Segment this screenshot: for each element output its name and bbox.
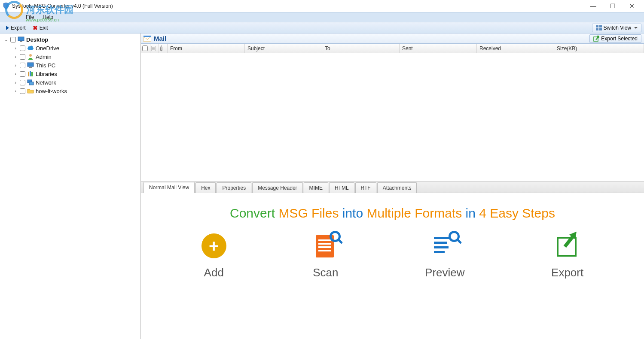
tree-checkbox[interactable] xyxy=(20,71,25,77)
tab-normal-mail-view[interactable]: Normal Mail View xyxy=(143,182,195,193)
expander-icon[interactable]: › xyxy=(13,45,18,51)
add-icon xyxy=(201,233,226,258)
promo-text-5: in xyxy=(466,206,479,220)
svg-rect-12 xyxy=(28,72,29,76)
maximize-button[interactable]: ☐ xyxy=(607,3,618,9)
promo-text-2: MSG Files xyxy=(278,206,342,220)
user-icon xyxy=(27,53,34,60)
tree-checkbox[interactable] xyxy=(20,54,25,60)
folder-tree: ⌄Desktop›OneDrive›Admin›This PC›Librarie… xyxy=(0,33,141,339)
menu-help[interactable]: Help xyxy=(38,13,58,21)
tree-node-this-pc[interactable]: ›This PC xyxy=(0,61,140,70)
svg-rect-4 xyxy=(18,37,24,41)
tab-message-header[interactable]: Message Header xyxy=(252,182,302,193)
tab-attachments[interactable]: Attachments xyxy=(377,182,417,193)
menu-file[interactable]: File xyxy=(21,13,38,21)
svg-rect-11 xyxy=(29,67,32,68)
svg-rect-2 xyxy=(596,28,598,30)
column-doc-icon[interactable] xyxy=(150,44,159,53)
play-icon xyxy=(6,26,9,30)
tree-label: Libraries xyxy=(36,71,57,77)
column-checkbox[interactable] xyxy=(141,44,150,53)
step-add-label: Add xyxy=(204,266,224,279)
close-icon: ✖ xyxy=(33,24,38,31)
network-icon xyxy=(27,79,34,86)
tree-checkbox[interactable] xyxy=(20,80,25,85)
expander-icon[interactable]: › xyxy=(13,71,18,76)
export-button[interactable]: Export xyxy=(3,24,29,32)
tree-checkbox[interactable] xyxy=(10,37,16,42)
tree-node-libraries[interactable]: ›Libraries xyxy=(0,70,140,78)
tree-checkbox[interactable] xyxy=(20,63,25,68)
tree-label: This PC xyxy=(36,62,55,69)
detail-tabs: Normal Mail ViewHexPropertiesMessage Hea… xyxy=(141,181,644,193)
export-selected-button[interactable]: Export Selected xyxy=(589,34,641,43)
tree-label: Admin xyxy=(36,54,52,60)
column-attachment-icon[interactable] xyxy=(159,44,168,53)
step-export-label: Export xyxy=(551,266,583,279)
svg-point-8 xyxy=(30,46,33,49)
cloud-icon xyxy=(27,45,34,51)
promo-text-4: Multiple Formats xyxy=(366,206,465,220)
tree-node-onedrive[interactable]: ›OneDrive xyxy=(0,44,140,52)
expander-icon[interactable]: › xyxy=(13,88,18,94)
tab-mime[interactable]: MIME xyxy=(304,182,328,193)
column-from[interactable]: From xyxy=(168,44,245,53)
column-sent[interactable]: Sent xyxy=(400,44,477,53)
window-title: SysTools MSG Converter v4.0 (Full Versio… xyxy=(12,3,113,9)
svg-rect-10 xyxy=(27,63,34,67)
content-pane: Mail Export Selected From Subject To Sen… xyxy=(141,33,644,339)
promo-panel: Convert MSG Files into Multiple Formats … xyxy=(141,193,644,339)
tree-node-how-it-works[interactable]: ›how-it-works xyxy=(0,87,140,95)
mail-grid-header: From Subject To Sent Received Size(KB) xyxy=(141,44,644,53)
expander-icon[interactable]: › xyxy=(13,63,18,68)
svg-rect-0 xyxy=(596,25,598,27)
tree-checkbox[interactable] xyxy=(20,45,25,51)
tree-node-admin[interactable]: ›Admin xyxy=(0,52,140,61)
tree-node-network[interactable]: ›Network xyxy=(0,78,140,87)
libraries-icon xyxy=(27,70,34,77)
tab-properties[interactable]: Properties xyxy=(217,182,251,193)
menu-bar: File Help xyxy=(0,12,644,22)
preview-icon xyxy=(432,233,457,258)
expander-icon[interactable]: › xyxy=(13,54,18,59)
tree-node-desktop[interactable]: ⌄Desktop xyxy=(0,35,140,44)
minimize-button[interactable]: — xyxy=(588,3,599,9)
pc-icon xyxy=(27,62,34,69)
expander-icon[interactable]: ⌄ xyxy=(3,37,9,42)
column-to[interactable]: To xyxy=(322,44,400,53)
title-bar: SysTools MSG Converter v4.0 (Full Versio… xyxy=(0,0,644,12)
folder-icon xyxy=(27,88,34,94)
promo-steps: Add Scan Preview Export xyxy=(141,233,644,279)
switch-view-button[interactable]: Switch View xyxy=(592,24,641,32)
step-scan: Scan xyxy=(313,233,338,279)
tab-rtf[interactable]: RTF xyxy=(355,182,376,193)
step-preview: Preview xyxy=(425,233,464,279)
column-received[interactable]: Received xyxy=(477,44,554,53)
close-button[interactable]: ✕ xyxy=(627,3,637,9)
mail-grid-body xyxy=(141,53,644,181)
exit-button[interactable]: ✖ Exit xyxy=(29,24,52,32)
scan-icon xyxy=(313,233,338,258)
tab-hex[interactable]: Hex xyxy=(195,182,216,193)
column-subject[interactable]: Subject xyxy=(245,44,322,53)
expander-icon[interactable]: › xyxy=(13,80,18,85)
tab-html[interactable]: HTML xyxy=(329,182,354,193)
mail-title: Mail xyxy=(154,35,166,42)
column-size[interactable]: Size(KB) xyxy=(554,44,644,53)
svg-rect-5 xyxy=(20,41,22,42)
exit-label: Exit xyxy=(40,25,48,31)
tree-label: how-it-works xyxy=(36,88,67,94)
export-label: Export xyxy=(11,25,26,31)
app-icon xyxy=(3,3,9,9)
tree-checkbox[interactable] xyxy=(20,88,25,94)
step-preview-label: Preview xyxy=(425,266,464,279)
promo-headline: Convert MSG Files into Multiple Formats … xyxy=(230,206,555,221)
export-icon xyxy=(593,36,599,42)
tree-label: Desktop xyxy=(26,36,48,43)
grid-icon xyxy=(596,25,602,30)
svg-rect-16 xyxy=(29,82,34,85)
mail-header: Mail Export Selected xyxy=(141,33,644,44)
mail-icon xyxy=(143,36,151,42)
svg-rect-13 xyxy=(30,71,31,76)
